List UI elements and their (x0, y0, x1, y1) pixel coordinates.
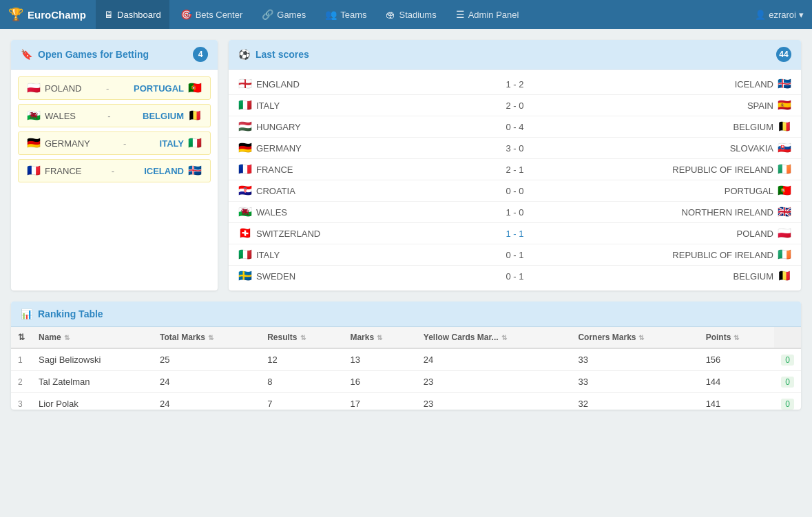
away-team-name: BELGIUM (143, 111, 184, 121)
nav-stadiums[interactable]: 🏟 Stadiums (377, 0, 444, 29)
trophy-icon: 🏆 (8, 7, 23, 22)
corners-marks: 33 (571, 371, 698, 393)
away-team-name: BELGIUM (733, 122, 773, 132)
col-header-2[interactable]: Total Marks⇅ (153, 327, 260, 348)
bet-row[interactable]: 🏴󠁧󠁢󠁷󠁬󠁳󠁿 WALES - BELGIUM 🇧🇪 (18, 104, 211, 127)
bet-row[interactable]: 🇵🇱 POLAND - PORTUGAL 🇵🇹 (18, 76, 211, 100)
separator: - (123, 138, 126, 149)
score-value: 1 - 0 (495, 207, 536, 218)
teams-icon: 👥 (325, 9, 337, 20)
away-flag-icon: 🇧🇪 (778, 121, 791, 132)
col-header-4[interactable]: Marks⇅ (343, 327, 416, 348)
score-home: 🇸🇪 SWEDEN (238, 271, 376, 282)
away-team-name: ICELAND (144, 166, 184, 176)
home-team-name: ITALY (256, 101, 280, 111)
home-team-name: FRANCE (45, 166, 81, 176)
total-marks: 24 (153, 371, 260, 393)
away-flag-icon: 🇮🇪 (778, 249, 791, 260)
col-header-0[interactable]: ⇅ (11, 327, 32, 348)
nav-bets-center[interactable]: 🎯 Bets Center (172, 0, 251, 29)
away-flag-icon: 🇵🇹 (188, 83, 202, 94)
score-row: 🏴󠁧󠁢󠁷󠁬󠁳󠁿 WALES 1 - 0 NORTHERN IRELAND 🇬🇧 (229, 202, 801, 223)
score-home: 🇨🇭 SWITZERLAND (238, 228, 376, 239)
scores-title: ⚽ Last scores (238, 49, 309, 60)
rank-number: 2 (11, 371, 32, 393)
points-badge-col: 0 (774, 371, 801, 393)
separator: - (112, 166, 114, 176)
home-flag-icon: 🇩🇪 (238, 143, 252, 154)
home-flag-icon: 🇭🇷 (238, 185, 252, 196)
home-team-name: SWITZERLAND (256, 229, 320, 239)
away-team-name: NORTHERN IRELAND (682, 207, 773, 218)
points: 144 (699, 371, 775, 393)
user-icon: 👤 (755, 10, 766, 20)
rank-number: 3 (11, 393, 32, 410)
score-away: BELGIUM 🇧🇪 (654, 121, 791, 132)
sort-icon: ⇅ (377, 334, 382, 341)
home-flag-icon: 🇩🇪 (27, 138, 41, 149)
score-value: 0 - 1 (495, 250, 536, 260)
bet-row[interactable]: 🇫🇷 FRANCE - ICELAND 🇮🇸 (18, 159, 211, 182)
score-value: 1 - 1 (495, 229, 536, 239)
score-value: 0 - 4 (495, 122, 536, 132)
bet-away: BELGIUM 🇧🇪 (143, 110, 202, 121)
ranking-card: 📊 Ranking Table ⇅Name⇅Total Marks⇅Result… (11, 302, 801, 410)
sort-icon: ⇅ (501, 334, 507, 341)
points-badge: 0 (781, 399, 794, 410)
score-home: 🇮🇹 ITALY (238, 100, 376, 111)
col-header-5[interactable]: Yellow Cards Mar...⇅ (417, 327, 572, 348)
results: 8 (260, 371, 343, 393)
score-row: 🇫🇷 FRANCE 2 - 1 REPUBLIC OF IRELAND 🇮🇪 (229, 159, 801, 180)
dropdown-chevron-icon: ▾ (799, 10, 804, 20)
nav-games[interactable]: 🔗 Games (253, 0, 314, 29)
away-team-name: PORTUGAL (134, 83, 184, 94)
home-flag-icon: 🇮🇹 (238, 249, 252, 260)
away-flag-icon: 🇵🇱 (778, 228, 791, 239)
score-away: POLAND 🇵🇱 (654, 228, 791, 239)
col-header-6[interactable]: Corners Marks⇅ (571, 327, 698, 348)
user-menu[interactable]: 👤 ezraroi ▾ (755, 10, 804, 20)
score-value: 3 - 0 (495, 143, 536, 154)
player-name: Lior Polak (32, 393, 153, 410)
score-away: REPUBLIC OF IRELAND 🇮🇪 (654, 249, 791, 260)
admin-icon: ☰ (456, 9, 465, 20)
score-row: 🇩🇪 GERMANY 3 - 0 SLOVAKIA 🇸🇰 (229, 138, 801, 159)
score-value: 1 - 2 (495, 79, 536, 89)
home-team-name: CROATIA (256, 186, 295, 196)
away-flag-icon: 🇮🇸 (778, 78, 791, 89)
bet-home: 🏴󠁧󠁢󠁷󠁬󠁳󠁿 WALES (27, 110, 76, 121)
score-home: 🇩🇪 GERMANY (238, 143, 376, 154)
points-badge: 0 (781, 377, 794, 388)
ranking-icon: 📊 (21, 308, 32, 319)
results: 12 (260, 348, 343, 371)
score-value: 0 - 1 (495, 271, 536, 282)
separator: - (107, 111, 110, 121)
col-header-7[interactable]: Points⇅ (699, 327, 775, 348)
away-team-name: POLAND (737, 229, 773, 239)
bet-row[interactable]: 🇩🇪 GERMANY - ITALY 🇮🇹 (18, 131, 211, 155)
ranking-table: ⇅Name⇅Total Marks⇅Results⇅Marks⇅Yellow C… (11, 327, 801, 410)
home-flag-icon: 🇫🇷 (27, 165, 41, 176)
col-header-1[interactable]: Name⇅ (32, 327, 153, 348)
score-away: BELGIUM 🇧🇪 (654, 271, 791, 282)
yellow-cards: 23 (417, 371, 572, 393)
stadiums-icon: 🏟 (386, 9, 395, 20)
home-team-name: POLAND (45, 83, 81, 94)
nav-dashboard[interactable]: 🖥 Dashboard (96, 0, 169, 29)
score-away: SPAIN 🇪🇸 (654, 100, 791, 111)
nav-admin-panel[interactable]: ☰ Admin Panel (448, 0, 528, 29)
away-team-name: SLOVAKIA (730, 143, 773, 154)
sort-icon: ⇅ (64, 334, 70, 341)
scores-badge: 44 (776, 47, 791, 62)
betting-title: 🔖 Open Games for Betting (21, 49, 149, 60)
bet-away: ITALY 🇮🇹 (160, 138, 202, 149)
sort-icon: ⇅ (638, 334, 644, 341)
home-flag-icon: 🇸🇪 (238, 271, 252, 282)
home-team-name: WALES (45, 111, 76, 121)
home-team-name: WALES (256, 207, 287, 218)
nav-teams[interactable]: 👥 Teams (317, 0, 375, 29)
marks: 16 (343, 371, 416, 393)
ranking-table-wrap[interactable]: ⇅Name⇅Total Marks⇅Results⇅Marks⇅Yellow C… (11, 327, 801, 410)
away-flag-icon: 🇮🇪 (778, 164, 791, 175)
col-header-3[interactable]: Results⇅ (260, 327, 343, 348)
